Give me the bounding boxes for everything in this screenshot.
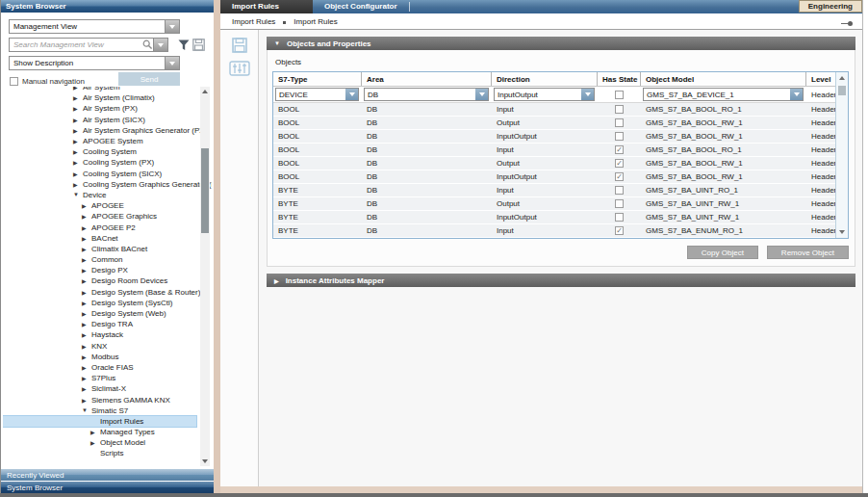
has-state-checkbox[interactable] [615, 118, 624, 127]
expand-icon[interactable]: ▶ [82, 321, 91, 327]
expand-icon[interactable]: ▶ [90, 439, 100, 446]
tab-import-rules[interactable]: Import Rules [220, 0, 313, 13]
chevron-down-icon[interactable] [475, 89, 488, 100]
chevron-down-icon[interactable] [165, 20, 179, 33]
has-state-checkbox[interactable] [615, 145, 624, 154]
expand-icon[interactable]: ▶ [82, 202, 91, 209]
tree-item[interactable]: ▶Siemens GAMMA KNX [3, 394, 196, 405]
save-icon[interactable] [192, 39, 205, 51]
scroll-down-icon[interactable] [839, 230, 845, 234]
chevron-down-icon[interactable] [345, 89, 358, 100]
tree-item[interactable]: ▶Desigo System (Web) [3, 308, 196, 319]
filter-icon[interactable] [178, 39, 190, 51]
description-selector[interactable]: Show Description [9, 56, 180, 70]
tree-item[interactable]: ▶Desigo Room Devices [3, 275, 196, 286]
expand-icon[interactable]: ▶ [82, 397, 91, 404]
tree-item[interactable]: ▶Cooling System Graphics Generator (PX) [3, 179, 196, 190]
expand-icon[interactable]: ▶ [82, 267, 91, 274]
table-row[interactable]: BOOLDBOutputGMS_S7_BA_BOOL_RW_1Header [273, 157, 848, 170]
expand-icon[interactable]: ▶ [73, 105, 83, 112]
chevron-down-icon[interactable] [581, 89, 594, 100]
has-state-checkbox[interactable] [615, 91, 624, 99]
expand-icon[interactable]: ▶ [82, 235, 91, 242]
column-header[interactable]: Area [362, 72, 492, 86]
expand-icon[interactable]: ▶ [90, 429, 100, 435]
expand-icon[interactable]: ▶ [73, 170, 83, 177]
expand-icon[interactable]: ▶ [82, 256, 91, 263]
has-state-checkbox[interactable] [615, 132, 624, 141]
tree-item[interactable]: ▶Managed Types [3, 427, 196, 437]
breadcrumb-item[interactable]: Import Rules [294, 17, 337, 26]
tree-item[interactable]: ▶APOGEE P2 [3, 222, 196, 232]
tree-item[interactable]: ▶Desigo TRA [3, 319, 196, 329]
copy-object-button[interactable]: Copy Object [687, 246, 758, 259]
expand-icon[interactable]: ▶ [73, 181, 83, 188]
table-row[interactable]: BYTEDBInputGMS_S7_BA_ENUM_RO_1Header [273, 224, 848, 238]
table-row[interactable]: BOOLDBOutputGMS_S7_BA_BOOL_RW_1Header [273, 117, 848, 130]
column-header[interactable]: Level [806, 72, 836, 86]
scrollbar-thumb[interactable] [838, 86, 846, 95]
expand-icon[interactable]: ▶ [82, 353, 91, 360]
table-row[interactable]: BOOLDBInputGMS_S7_BA_BOOL_RO_1Header [273, 144, 848, 157]
tree-item[interactable]: ▶Air System (PX) [3, 103, 196, 114]
tree-item[interactable]: ▶Air System (SICX) [3, 115, 196, 125]
expand-icon[interactable]: ▶ [82, 246, 91, 252]
tree-item[interactable]: ▶KNX [3, 341, 196, 352]
expand-icon[interactable]: ▶ [82, 277, 91, 284]
tree-item[interactable]: ▶Desigo PX [3, 265, 196, 275]
tree-item[interactable]: ▼Device [3, 190, 196, 200]
recently-viewed-bar[interactable]: Recently Viewed [1, 468, 214, 481]
expand-icon[interactable]: ▶ [82, 331, 91, 338]
tree-item[interactable]: ▶APOGEE [3, 200, 196, 211]
send-button[interactable]: Send [118, 72, 180, 86]
tree-item[interactable]: ▶Air System Graphics Generator (PX) [3, 125, 196, 136]
scroll-up-icon[interactable] [202, 90, 208, 93]
tree-item[interactable]: ▶APOGEE Graphics [3, 211, 196, 222]
expand-icon[interactable]: ▶ [73, 148, 83, 155]
engineering-badge[interactable]: Engineering [799, 0, 862, 13]
expand-icon[interactable]: ▶ [82, 364, 91, 371]
has-state-checkbox[interactable] [615, 199, 624, 208]
table-row[interactable]: BOOLDBInputOutputGMS_S7_BA_BOOL_RW_1Head… [273, 130, 848, 144]
tree-item[interactable]: ▶Climatix BACnet [3, 244, 196, 254]
save-icon[interactable] [232, 38, 247, 53]
table-row[interactable]: BOOLDBInputOutputGMS_S7_BA_BOOL_RW_1Head… [273, 170, 848, 184]
expand-icon[interactable]: ▶ [73, 138, 83, 144]
view-selector[interactable]: Management View [9, 19, 180, 34]
has-state-checkbox[interactable] [615, 213, 624, 222]
has-state-checkbox[interactable] [615, 172, 624, 181]
tree-item[interactable]: ▶Cooling System [3, 146, 196, 157]
table-row[interactable]: BYTEDBOutputGMS_S7_BA_UINT_RW_1Header [273, 197, 848, 211]
has-state-checkbox[interactable] [615, 105, 624, 114]
collapse-icon[interactable]: ▼ [73, 192, 83, 197]
expand-icon[interactable]: ▶ [82, 300, 91, 306]
column-header[interactable]: Direction [492, 72, 598, 86]
tree-item[interactable]: ▶APOGEE System [3, 136, 196, 146]
table-row[interactable]: BYTEDBInputGMS_S7_BA_UINT_RO_1Header [273, 184, 848, 197]
chevron-down-icon[interactable] [165, 57, 179, 69]
expand-icon[interactable]: ▶ [82, 385, 91, 392]
column-settings-icon[interactable] [229, 61, 250, 76]
system-browser-panel-header[interactable]: System Browser [1, 0, 214, 13]
object-model-combobox[interactable]: GMS_S7_BA_DEVICE_1 [643, 88, 804, 101]
tree-scrollbar[interactable] [200, 87, 210, 466]
tree-item[interactable]: ▶Object Model [3, 437, 196, 448]
collapse-icon[interactable]: ▼ [82, 407, 91, 413]
tree-item[interactable]: ▶Siclimat-X [3, 383, 196, 394]
has-state-checkbox[interactable] [615, 186, 624, 195]
scrollbar-thumb[interactable] [201, 148, 209, 233]
expand-icon[interactable]: ▶ [73, 87, 83, 91]
has-state-checkbox[interactable] [615, 226, 624, 235]
search-dropdown-button[interactable] [153, 39, 167, 51]
tree-item[interactable]: ▶Desigo System (Base & Router) [3, 287, 196, 298]
tree-item[interactable]: ▼Simatic S7 [3, 405, 196, 416]
s7-type-combobox[interactable]: DEVICE [275, 88, 359, 101]
panel-splitter[interactable] [214, 0, 220, 493]
tree-item[interactable]: ▶Cooling System (PX) [3, 157, 196, 168]
tree-item[interactable]: ▶BACnet [3, 233, 196, 244]
expand-icon[interactable]: ▶ [82, 343, 91, 350]
expand-icon[interactable]: ▶ [82, 310, 91, 317]
expand-icon[interactable]: ▶ [73, 159, 83, 166]
system-browser-bar[interactable]: System Browser [1, 481, 214, 493]
table-scrollbar[interactable] [835, 72, 848, 238]
